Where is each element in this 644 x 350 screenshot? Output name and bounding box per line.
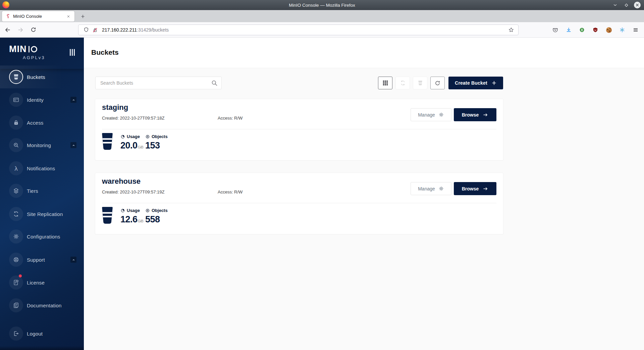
url-bar[interactable]: 217.160.222.211:31429/buckets [78,25,519,35]
gear-icon [438,186,444,191]
maximize-icon[interactable] [623,2,630,8]
id-card-icon [9,93,23,107]
sidebar-item-label: Support [27,257,45,263]
sidebar-item-notifications[interactable]: λ Notifications [0,157,84,180]
bucket-icon [102,133,113,151]
cookie-extension-icon[interactable] [604,26,613,34]
logo-o-ring [31,46,37,52]
downloads-icon[interactable] [564,26,573,34]
sidebar-header: MIN AGPLv3 [0,38,84,69]
usage-unit: GiB [138,219,144,223]
bucket-card-staging: staging Created: 2022-10-27T09:57:18Z Ac… [95,99,503,161]
back-icon[interactable] [3,25,13,35]
sidebar-item-label: Configurations [27,234,60,239]
sidebar-item-support[interactable]: Support [0,248,84,271]
window-titlebar: MinIO Console — Mozilla Firefox [0,0,644,10]
pie-chart-icon [120,208,125,213]
tab-minio-console[interactable]: MinIO Console [2,11,74,21]
grid-view-button[interactable] [378,77,392,89]
lock-icon [9,116,23,130]
sidebar-item-label: Logout [27,331,43,337]
bookmark-star-icon[interactable] [507,26,516,34]
tab-close-icon[interactable] [65,13,72,20]
sidebar-item-label: Identity [27,97,44,103]
arrow-right-icon [482,112,488,118]
insecure-lock-icon[interactable] [91,26,99,34]
sidebar-item-site-replication[interactable]: Site Replication [0,203,84,225]
refresh-button[interactable] [430,77,445,89]
chevron-up-icon[interactable] [70,142,76,148]
manage-button[interactable]: Manage [411,108,451,121]
browse-button[interactable]: Browse [454,182,496,195]
chevron-up-icon[interactable] [70,97,76,103]
objects-metric: Objects 153 [145,134,168,151]
gear-icon [438,112,444,118]
asterisk-extension-icon[interactable] [618,26,627,34]
objects-icon [145,134,150,139]
pie-chart-icon [120,134,125,139]
sidebar-item-label: License [27,280,45,286]
delete-bucket-button [413,77,427,89]
sidebar-item-tiers[interactable]: Tiers [0,179,84,202]
sidebar-item-logout[interactable]: Logout [0,322,84,345]
tracking-shield-icon[interactable] [82,26,91,34]
life-ring-icon [9,253,23,267]
bucket-name[interactable]: staging [102,103,128,112]
card-divider [102,203,496,203]
sidebar-item-buckets[interactable]: Buckets [0,65,84,88]
license-alert-badge [19,274,22,277]
window-title: MinIO Console — Mozilla Firefox [0,3,644,8]
minio-logo: MIN [9,46,37,52]
objects-value: 153 [145,140,168,151]
license-tag: AGPLv3 [23,55,45,60]
hamburger-menu-icon[interactable] [631,26,640,34]
refresh-icon [434,80,441,86]
tab-strip: MinIO Console [0,10,644,22]
reload-icon[interactable] [28,25,38,35]
sidebar-item-access[interactable]: Access [0,111,84,134]
create-bucket-button[interactable]: Create Bucket [448,77,503,89]
sidebar: MIN AGPLv3 Buckets Identity [0,38,84,350]
replication-icon [400,80,406,86]
manage-button[interactable]: Manage [411,182,451,195]
grid-icon [382,80,388,86]
objects-label: Objects [152,134,168,139]
usage-value: 20.0GiB [120,140,143,151]
sidebar-item-identity[interactable]: Identity [0,88,84,111]
arrow-right-icon [482,186,488,192]
objects-icon [145,208,150,213]
forward-icon[interactable] [15,25,25,35]
sidebar-item-monitoring[interactable]: Monitoring [0,134,84,157]
objects-label: Objects [152,208,168,213]
bucket-name[interactable]: warehouse [102,177,141,186]
sidebar-item-documentation[interactable]: Documentation [0,294,84,317]
sidebar-collapse-icon[interactable] [70,49,76,56]
new-tab-button[interactable] [78,12,87,21]
sidebar-item-license[interactable]: License [0,271,84,294]
close-icon[interactable] [634,2,641,8]
bucket-icon [417,80,423,86]
usage-metric: Usage 12.6GiB [120,208,143,225]
sidebar-item-label: Site Replication [27,211,63,217]
ublock-origin-icon[interactable] [591,26,600,34]
browse-label: Browse [462,186,479,191]
browse-button[interactable]: Browse [454,108,496,121]
search-input[interactable] [96,77,221,89]
objects-metric: Objects 558 [145,208,168,225]
url-text: 217.160.222.211:31429/buckets [102,27,507,33]
search-box [95,77,222,89]
usage-label: Usage [127,134,140,139]
logo-i-bar [29,46,30,52]
replication-icon [9,207,23,221]
pocket-icon[interactable] [551,26,559,34]
manage-label: Manage [418,112,435,118]
license-icon [9,275,23,290]
browse-label: Browse [462,112,479,118]
bucket-created: Created: 2022-10-27T09:57:19Z [102,189,164,194]
chevron-up-icon[interactable] [70,257,76,263]
sidebar-item-configurations[interactable]: Configurations [0,225,84,248]
url-host: 217.160.222.211 [102,27,137,33]
extension-green-icon[interactable] [578,26,586,34]
minimize-icon[interactable] [612,2,619,8]
tab-title: MinIO Console [13,14,65,19]
